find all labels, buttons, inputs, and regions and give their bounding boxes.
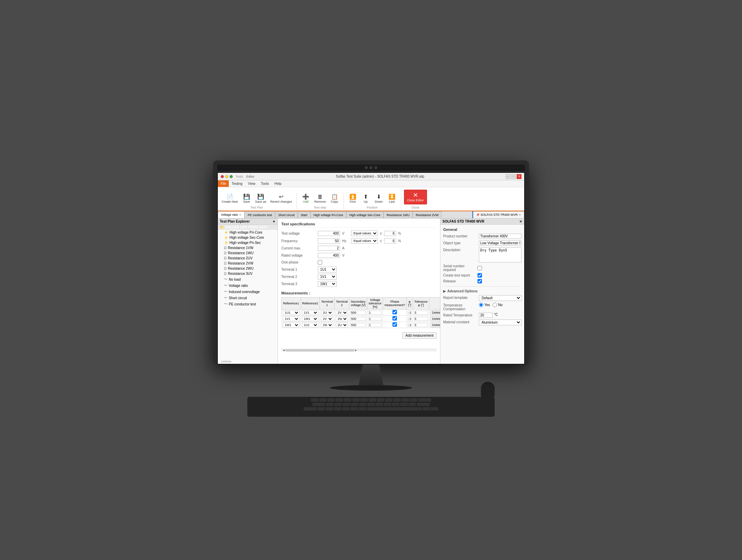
row3-phi[interactable] [408, 323, 412, 327]
tree-item-res-2uv[interactable]: Ω Resistance 2UV [218, 256, 278, 261]
tree-item-induced[interactable]: 〜 Induced overvoltage [218, 289, 278, 295]
frequency-input[interactable] [318, 238, 340, 244]
terminal-3-select[interactable]: 1W1 [318, 281, 337, 287]
tree-item-res-2vw[interactable]: Ω Resistance 2VW [218, 261, 278, 266]
menu-tools[interactable]: Tools [258, 180, 271, 187]
test-voltage-tol-input[interactable] [384, 231, 396, 236]
object-type-input[interactable] [479, 240, 521, 246]
release-checkbox[interactable] [477, 279, 482, 283]
close-editor-button[interactable]: ✕ Close Editor [404, 190, 427, 204]
material-const-select[interactable]: Aluminium [479, 320, 521, 325]
up-button[interactable]: ⬆ Up [360, 193, 372, 204]
create-test-report-checkbox[interactable] [477, 273, 482, 278]
first-button[interactable]: ⏫ First [347, 193, 359, 204]
rated-temp-input[interactable] [479, 313, 493, 318]
tab-hv-sec-core[interactable]: High voltage Sec-Core [346, 211, 384, 218]
tree-item-res-1wu[interactable]: Ω Resistance 1WU [218, 250, 278, 256]
menu-view[interactable]: View [245, 180, 258, 187]
frequency-tol-input[interactable] [384, 238, 396, 244]
tab-res-1wu[interactable]: Resistance 1WU [383, 211, 413, 218]
tree-item-res-3uv[interactable]: Ω Resistance 3UV [218, 271, 278, 276]
rated-voltage-input[interactable] [318, 253, 340, 258]
menu-file[interactable]: File [218, 180, 229, 187]
description-textarea[interactable]: Dry Type Dyn5 [479, 247, 521, 262]
row3-sec-volt[interactable] [350, 323, 366, 327]
tree-item-pe-conductor[interactable]: 〜 PE conductor test [218, 301, 278, 307]
row1-phase-meas[interactable] [384, 310, 405, 314]
tree-item-hv-pri-sec[interactable]: ⚡ High voltage Pri-Sec [218, 240, 278, 245]
frequency-select[interactable]: Equal values [351, 238, 378, 244]
test-voltage-input[interactable] [318, 231, 340, 236]
row1-sec-volt[interactable] [350, 311, 366, 315]
terminal-1-select[interactable]: 1U1 [318, 267, 337, 272]
row1-term1[interactable]: 2U1 [321, 310, 333, 315]
scroll-right-icon[interactable]: ▶ [354, 349, 358, 352]
row3-volt-tol[interactable] [368, 323, 382, 327]
row2-ref1[interactable]: 1V1 [283, 316, 300, 321]
temp-comp-no-radio[interactable] [493, 303, 497, 307]
maximize-button[interactable]: □ [511, 174, 516, 179]
right-panel-options-icon[interactable]: ✕ [519, 220, 522, 223]
row3-term1[interactable]: 2W1 [321, 323, 333, 327]
close-button[interactable]: ✕ [517, 174, 521, 179]
add-measurement-button[interactable]: Add measurement [402, 332, 437, 339]
row3-ref2[interactable]: 1U1 [302, 323, 319, 327]
terminal-2-select[interactable]: 1V1 [318, 274, 337, 280]
horizontal-scrollbar[interactable]: ◀ ▶ [281, 349, 437, 351]
tab-res-2vw[interactable]: Resistance 2VW [413, 211, 442, 218]
tree-item-no-load[interactable]: 〜 No load [218, 276, 278, 282]
down-button[interactable]: ⬇ Down [373, 193, 385, 204]
save-as-button[interactable]: 💾 Save as [254, 193, 268, 204]
tree-item-voltage-ratio[interactable]: 〜 Voltage ratio [218, 282, 278, 289]
row2-term2[interactable]: 2W1 [336, 316, 348, 321]
tree-item-short-circuit[interactable]: 〜 Short circuit [218, 295, 278, 301]
row2-volt-tol[interactable] [368, 317, 382, 321]
tab-solfas-wvr-close[interactable]: ✕ [519, 213, 521, 216]
minimize-button[interactable]: ─ [506, 174, 510, 179]
temp-comp-yes-radio[interactable] [479, 303, 483, 307]
row2-tol-phi[interactable] [414, 317, 428, 321]
row3-ref1[interactable]: 1W1 [283, 323, 300, 327]
tree-item-res-1vw[interactable]: Ω Resistance 1VW [218, 245, 278, 250]
row1-ref1[interactable]: 1U1 [283, 310, 300, 315]
row1-ref2[interactable]: 1V1 [302, 310, 319, 315]
row2-delete-button[interactable]: Delete [430, 316, 440, 321]
tab-voltage-ratio-close[interactable]: ✕ [239, 213, 241, 216]
last-button[interactable]: ⏬ Last [386, 193, 398, 204]
current-max-input[interactable] [318, 246, 340, 251]
scrollbar-thumb[interactable] [285, 349, 354, 351]
row1-phi[interactable] [408, 311, 412, 315]
row1-volt-tol[interactable] [368, 311, 382, 315]
row1-tol-phi[interactable] [414, 311, 428, 315]
tree-item-hv-pri-core[interactable]: ⚡ High voltage Pri-Core [218, 230, 278, 235]
product-number-input[interactable] [479, 234, 521, 239]
create-new-button[interactable]: 📄 Create New [220, 193, 240, 204]
row2-sec-volt[interactable] [350, 317, 366, 321]
serial-required-checkbox[interactable] [477, 266, 482, 270]
panel-options-icon[interactable]: ▼ [272, 220, 276, 223]
tree-item-solfas[interactable]: 📁 SOLFAS STD TR400 WVR [218, 225, 278, 230]
copy-button[interactable]: 📋 Copy [328, 193, 341, 204]
row2-term1[interactable]: 2V1 [321, 316, 333, 321]
scroll-left-icon[interactable]: ◀ [282, 349, 285, 352]
maximize-dot[interactable] [229, 175, 233, 178]
menu-testing[interactable]: Testing [229, 180, 245, 187]
row2-phi[interactable] [408, 317, 412, 321]
row2-ref2[interactable]: 1W1 [302, 316, 319, 321]
tab-solfas-wvr[interactable]: 📌 SOLFAS STD TR400 WVR ✕ [473, 211, 524, 218]
add-button[interactable]: ➕ Add [300, 193, 312, 204]
tab-voltage-ratio[interactable]: Voltage ratio ✕ [218, 211, 245, 218]
row3-delete-button[interactable]: Delete [430, 323, 440, 327]
close-dot[interactable] [221, 175, 224, 178]
row2-phase-meas[interactable] [384, 316, 405, 321]
row3-term2[interactable]: 2U1 [336, 323, 348, 327]
tab-start[interactable]: Start [298, 211, 311, 218]
save-button[interactable]: 💾 Save [240, 193, 253, 204]
row3-tol-phi[interactable] [414, 323, 428, 327]
minimize-dot[interactable] [225, 175, 228, 178]
tree-item-hv-sec-core[interactable]: ⚡ High voltage Sec-Core [218, 235, 278, 240]
remove-button[interactable]: 🗑 Remove [313, 193, 328, 204]
report-template-select[interactable]: Default [479, 295, 521, 301]
tab-short-circuit[interactable]: Short circuit [275, 211, 298, 218]
row1-term2[interactable]: 2V1 [336, 310, 348, 315]
